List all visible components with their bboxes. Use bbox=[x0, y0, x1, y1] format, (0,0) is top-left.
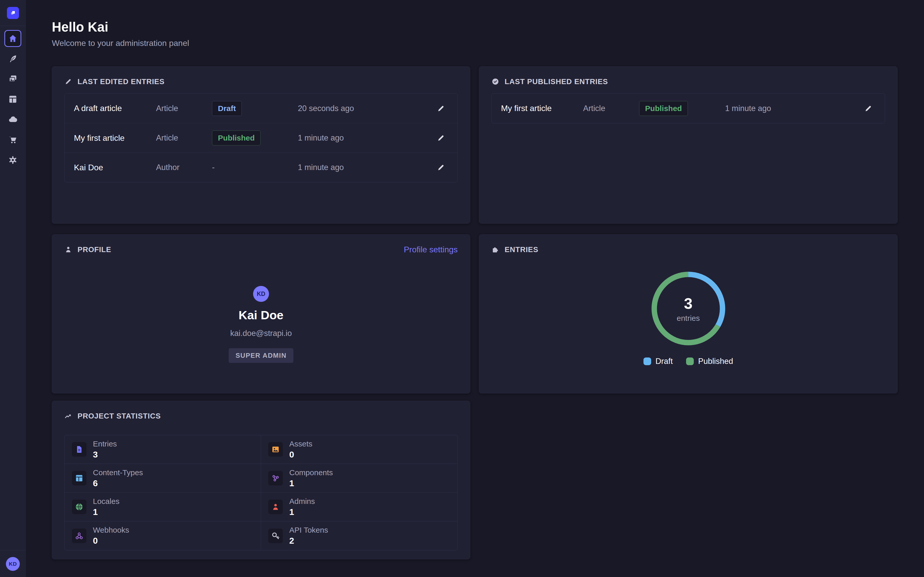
trend-icon bbox=[65, 412, 72, 420]
sidebar-item-content-manager[interactable] bbox=[4, 50, 21, 67]
entry-updated-time: 1 minute ago bbox=[725, 104, 830, 113]
table-row: A draft articleArticleDraft20 seconds ag… bbox=[65, 93, 457, 123]
stat-locales: Locales1 bbox=[65, 493, 261, 521]
strapi-admin-app: KD Hello Kai Welcome to your administrat… bbox=[0, 0, 924, 577]
sidebar-item-settings[interactable] bbox=[4, 152, 21, 169]
stat-value: 1 bbox=[289, 478, 333, 488]
stat-label: API Tokens bbox=[289, 526, 328, 534]
webhook-icon bbox=[72, 529, 87, 543]
globe-icon bbox=[72, 500, 87, 514]
profile-body: KD Kai Doe kai.doe@strapi.io SUPER ADMIN bbox=[65, 254, 458, 363]
edit-entry-button[interactable] bbox=[435, 161, 447, 174]
entries-card: ENTRIES 3 entries DraftPublished bbox=[479, 234, 898, 393]
entries-header: ENTRIES bbox=[491, 245, 885, 254]
stat-entries: Entries3 bbox=[65, 435, 261, 464]
project-statistics-header: PROJECT STATISTICS bbox=[65, 411, 458, 421]
gear-icon bbox=[8, 155, 18, 164]
sidebar-item-home[interactable] bbox=[4, 30, 21, 47]
entry-name: A draft article bbox=[74, 103, 156, 113]
stat-label: Admins bbox=[289, 497, 315, 506]
table-row: My first articleArticlePublished1 minute… bbox=[65, 123, 457, 153]
profile-email: kai.doe@strapi.io bbox=[230, 329, 292, 338]
profile-name: Kai Doe bbox=[239, 308, 284, 322]
entry-updated-time: 1 minute ago bbox=[298, 163, 402, 172]
entry-type: Article bbox=[583, 104, 639, 113]
layout-icon bbox=[8, 95, 18, 104]
sidebar-item-deploy[interactable] bbox=[4, 111, 21, 128]
stat-value: 1 bbox=[289, 507, 315, 517]
edit-entry-button[interactable] bbox=[435, 132, 447, 144]
person-icon bbox=[65, 246, 72, 253]
sidebar-divider-bottom bbox=[0, 550, 26, 550]
key-icon bbox=[268, 529, 283, 543]
home-icon bbox=[8, 34, 18, 43]
last-edited-entries-header: LAST EDITED ENTRIES bbox=[65, 77, 458, 86]
status-badge-draft: Draft bbox=[212, 101, 242, 116]
main-content: Hello Kai Welcome to your administration… bbox=[26, 0, 924, 577]
stat-label: Content-Types bbox=[93, 468, 143, 477]
edit-entry-button[interactable] bbox=[435, 102, 447, 114]
stat-content-types: Content-Types6 bbox=[65, 464, 261, 493]
page-title: Hello Kai bbox=[52, 19, 108, 35]
last-edited-entries-table: A draft articleArticleDraft20 seconds ag… bbox=[65, 93, 458, 182]
card-title: PROFILE bbox=[78, 245, 111, 254]
card-title: PROJECT STATISTICS bbox=[78, 412, 161, 420]
entry-status: Published bbox=[639, 101, 725, 116]
table-row: My first articleArticlePublished1 minute… bbox=[492, 93, 885, 123]
entry-updated-time: 1 minute ago bbox=[298, 133, 402, 143]
entry-type: Article bbox=[156, 133, 212, 143]
profile-avatar: KD bbox=[253, 286, 269, 302]
legend-swatch bbox=[686, 358, 694, 365]
user-avatar[interactable]: KD bbox=[6, 557, 20, 571]
sidebar: KD bbox=[0, 0, 26, 577]
stat-label: Webhooks bbox=[93, 526, 129, 534]
feather-icon bbox=[8, 54, 18, 63]
stat-label: Components bbox=[289, 468, 333, 477]
cloud-icon bbox=[8, 115, 18, 124]
entry-type: Author bbox=[156, 163, 212, 172]
logo-area bbox=[0, 0, 26, 26]
card-title: ENTRIES bbox=[505, 245, 538, 254]
strapi-logo-icon bbox=[10, 10, 16, 16]
picture-icon bbox=[268, 442, 283, 457]
entry-name: My first article bbox=[74, 133, 156, 143]
stat-value: 0 bbox=[289, 450, 312, 459]
sidebar-nav bbox=[0, 26, 26, 169]
entry-status: Draft bbox=[212, 101, 298, 116]
entry-status: Published bbox=[212, 131, 298, 145]
last-published-entries-header: LAST PUBLISHED ENTRIES bbox=[491, 77, 885, 86]
stat-webhooks: Webhooks0 bbox=[65, 521, 261, 550]
stat-assets: Assets0 bbox=[261, 435, 457, 464]
images-icon bbox=[8, 74, 18, 84]
last-published-entries-card: LAST PUBLISHED ENTRIES My first articleA… bbox=[479, 66, 898, 224]
page-subtitle: Welcome to your administration panel bbox=[52, 39, 189, 48]
role-badge: SUPER ADMIN bbox=[229, 348, 294, 363]
stat-components: Components1 bbox=[261, 464, 457, 493]
status-badge-published: Published bbox=[212, 131, 260, 145]
profile-settings-link[interactable]: Profile settings bbox=[404, 245, 458, 255]
donut-chart: 3 entries bbox=[650, 270, 727, 347]
project-statistics-grid: Entries3Assets0Content-Types6Components1… bbox=[65, 435, 458, 550]
sidebar-item-marketplace[interactable] bbox=[4, 131, 21, 148]
stat-label: Locales bbox=[93, 497, 120, 506]
sidebar-item-content-type-builder[interactable] bbox=[4, 91, 21, 108]
sidebar-item-media-library[interactable] bbox=[4, 71, 21, 87]
strapi-logo[interactable] bbox=[7, 7, 19, 19]
entry-name: Kai Doe bbox=[74, 163, 156, 172]
edit-entry-button[interactable] bbox=[862, 102, 874, 114]
sidebar-bottom: KD bbox=[0, 550, 26, 577]
legend-swatch bbox=[643, 358, 651, 365]
cart-icon bbox=[8, 135, 18, 144]
stat-value: 1 bbox=[93, 507, 120, 517]
check-circle-icon bbox=[491, 78, 499, 85]
chart-legend: DraftPublished bbox=[643, 357, 733, 366]
legend-label: Draft bbox=[656, 357, 673, 366]
stat-label: Assets bbox=[289, 440, 312, 448]
card-title: LAST EDITED ENTRIES bbox=[78, 77, 165, 86]
pencil-icon bbox=[65, 78, 72, 85]
stat-value: 6 bbox=[93, 478, 143, 488]
status-badge-published: Published bbox=[639, 101, 688, 116]
table-row: Kai DoeAuthor-1 minute ago bbox=[65, 153, 457, 182]
stat-admins: Admins1 bbox=[261, 493, 457, 521]
legend-item-published: Published bbox=[686, 357, 733, 366]
